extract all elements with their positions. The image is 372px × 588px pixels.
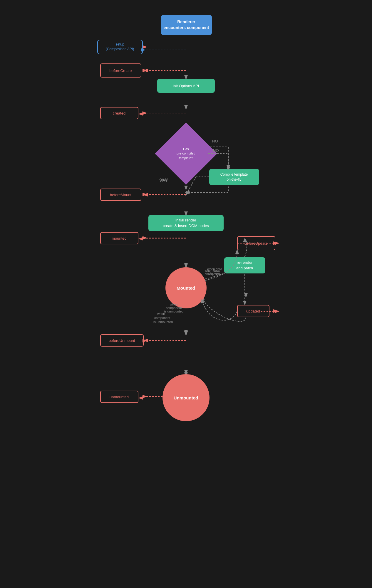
updated-node: updated: [237, 305, 269, 317]
compile-template-node: Compile templateon-the-fly: [209, 169, 259, 185]
initial-render-node: initial rendercreate & insert DOM nodes: [148, 215, 224, 231]
unmounted-circle-node: Unmounted: [162, 374, 210, 421]
unmounted-hook-node: unmounted: [100, 391, 138, 403]
renderer-node: Rendererencounters component: [161, 15, 212, 35]
lifecycle-diagram: NO YES Rendererencounters component setu…: [93, 6, 279, 582]
re-render-node: re-renderand patch: [224, 257, 265, 273]
init-options-node: Init Options API: [157, 79, 215, 93]
mounted-circle-node: Mounted: [165, 267, 207, 308]
when-unmounted-label: whencomponentis unmounted: [161, 303, 187, 313]
svg-text:NO: NO: [212, 139, 218, 143]
before-create-node: beforeCreate: [100, 63, 141, 78]
svg-text:YES: YES: [160, 177, 168, 182]
mounted-hook-node: mounted: [100, 232, 138, 244]
created-node: created: [100, 107, 138, 119]
before-update-node: beforeUpdate: [237, 236, 275, 250]
before-unmount-node: beforeUnmount: [100, 334, 144, 347]
setup-node: setup(Composition API): [97, 40, 143, 54]
before-mount-node: beforeMount: [100, 189, 141, 201]
